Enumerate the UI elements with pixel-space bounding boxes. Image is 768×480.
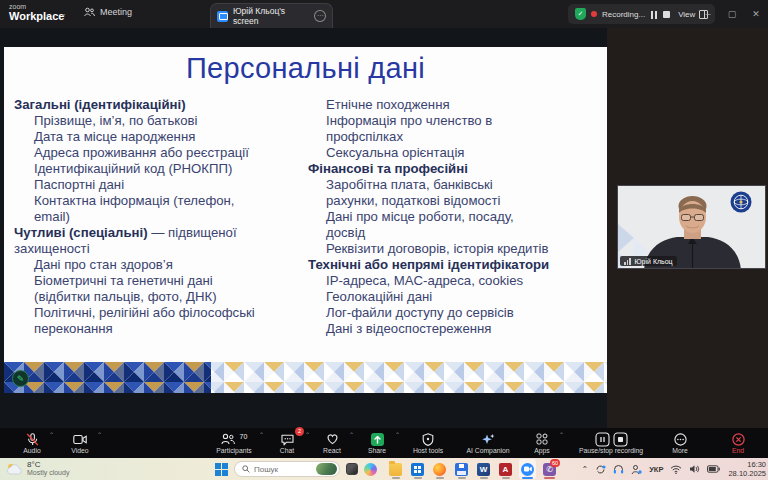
participant-name-text: Юрій Кльоц (635, 258, 673, 265)
weather-widget[interactable]: 8°C Mostly cloudy (6, 460, 69, 477)
search-placeholder: Пошук (254, 465, 312, 474)
end-label: End (732, 447, 744, 454)
video-button[interactable]: ⌃ Video (58, 428, 102, 458)
slide-line: IP-адреса, MAC-адреса, cookies (308, 273, 605, 289)
security-shield-icon[interactable]: ✓ (575, 8, 586, 20)
task-view-button[interactable] (346, 463, 358, 475)
recording-status-text: Recording... (602, 10, 645, 19)
stop-recording-icon[interactable] (613, 432, 628, 447)
chat-button[interactable]: ⌃ 2 Chat (264, 428, 310, 458)
ai-companion-button[interactable]: AI Companion (456, 428, 520, 458)
acrobat-button[interactable]: A (497, 459, 514, 479)
floppy-app-button[interactable] (453, 459, 470, 479)
audio-button[interactable]: ⌃ Audio (10, 428, 54, 458)
time-text: 16:30 (728, 460, 766, 469)
copilot-button[interactable] (364, 463, 377, 476)
meeting-toolbar: ⌃ Audio ⌃ Video ⌃ (0, 428, 768, 458)
stop-recording-icon[interactable] (663, 11, 670, 18)
minimize-button[interactable]: – (696, 0, 720, 28)
audio-chevron-icon[interactable]: ⌃ (49, 431, 54, 438)
slide-columns: Загальні (ідентифікаційні) Прізвище, ім’… (14, 97, 605, 337)
participants-label: Participants (216, 447, 252, 454)
slide-line: Паспортні дані (14, 177, 308, 193)
slide-left-column: Загальні (ідентифікаційні) Прізвище, ім’… (14, 97, 308, 337)
camera-icon (73, 432, 87, 446)
chat-label: Chat (280, 447, 294, 454)
viber-badge: 60 (550, 459, 560, 467)
tray-headset-icon[interactable] (613, 464, 624, 475)
slide-line: Дані про стан здоров’я (14, 257, 308, 273)
participant-name-label: Юрій Кльоц (620, 256, 677, 266)
tab-shared-screen[interactable]: Юрій Кльоц's screen ⋯ (210, 3, 333, 28)
host-tools-button[interactable]: Host tools (400, 428, 456, 458)
video-chevron-icon[interactable]: ⌃ (97, 431, 102, 438)
chat-bubble-icon (281, 432, 294, 446)
share-button[interactable]: ⌃ Share (354, 428, 400, 458)
slide-line: Лог-файли доступу до сервісів (308, 305, 605, 321)
window-controls: – ▢ ✕ (696, 0, 768, 28)
connection-signal-icon (624, 258, 632, 265)
slide-line: Фінансові та професійні (308, 161, 605, 177)
file-explorer-button[interactable] (387, 459, 404, 479)
firefox-button[interactable] (431, 459, 448, 479)
zoom-app-button[interactable] (519, 459, 536, 479)
tray-person-icon[interactable] (631, 464, 642, 475)
tray-chevron-up-icon[interactable]: ⌃ (582, 465, 589, 474)
more-label: More (672, 447, 688, 454)
annotation-pencil-button[interactable]: ✎ (12, 370, 29, 387)
slide-line: Чутливі (спеціальні) — підвищеної захище… (14, 225, 308, 257)
end-meeting-button[interactable]: End (720, 428, 756, 458)
pause-recording-icon[interactable] (650, 5, 658, 23)
ai-sparkle-icon (481, 432, 495, 446)
slide-line: Ідентифікаційний код (РНОКПП) (14, 161, 308, 177)
participant-video-thumbnail[interactable]: Юрій Кльоц (617, 185, 766, 269)
tab-meeting[interactable]: Meeting (84, 7, 132, 17)
slide-line: Інформація про членство в профспілках (308, 113, 605, 145)
taskbar-center: Пошук W A ✆ 60 (215, 458, 558, 480)
shared-screen-area: Персональні дані Загальні (ідентифікацій… (0, 28, 768, 428)
participants-count: 70 (240, 433, 248, 440)
participants-button[interactable]: ⌃ 70 Participants (204, 428, 264, 458)
slide-line: Дата та місце народження (14, 129, 308, 145)
word-button[interactable]: W (475, 459, 492, 479)
tab-options-icon[interactable]: ⋯ (314, 10, 326, 22)
taskbar-clock[interactable]: 16:30 28.10.2025 (728, 460, 766, 478)
slide-line: Геолокаційні дані (308, 289, 605, 305)
slide-line: Етнічне походження (308, 97, 605, 113)
slide-line: Дані про місце роботи, посаду, досвід (308, 209, 605, 241)
screen-tab-label: Юрій Кльоц's screen (233, 6, 309, 26)
record-label: Pause/stop recording (579, 447, 643, 454)
pause-stop-recording-button[interactable]: Pause/stop recording (564, 428, 658, 458)
tray-sync-icon[interactable] (595, 464, 606, 475)
slide-line: Технічні або непрямі ідентифікатори (308, 257, 605, 273)
react-button[interactable]: ⌃ React (310, 428, 354, 458)
search-highlight-image[interactable] (316, 463, 337, 475)
slide-title: Персональні дані (4, 52, 607, 85)
workspace-chevron-down-icon[interactable]: ⌄ (60, 9, 67, 18)
meeting-tab-label: Meeting (100, 7, 132, 17)
battery-icon[interactable] (707, 465, 720, 473)
heart-icon (326, 432, 339, 446)
screen-share-icon (217, 11, 228, 22)
volume-icon[interactable] (689, 464, 700, 474)
microsoft-store-button[interactable] (409, 459, 426, 479)
cloud-icon (6, 462, 23, 475)
close-button[interactable]: ✕ (744, 0, 768, 28)
language-indicator[interactable]: УКР (649, 465, 663, 474)
video-label: Video (71, 447, 88, 454)
pause-recording-icon[interactable] (595, 432, 610, 447)
windows-start-button[interactable] (215, 463, 228, 476)
viber-button[interactable]: ✆ 60 (541, 459, 558, 479)
taskbar-apps: W A ✆ 60 (387, 459, 558, 479)
more-button[interactable]: More (658, 428, 702, 458)
zoom-meeting-window: zoom Workplace ⌄ Meeting Юрій Кльоц's sc… (0, 0, 768, 480)
wifi-icon[interactable] (670, 465, 682, 474)
ai-companion-label: AI Companion (466, 447, 509, 454)
microphone-muted-icon (26, 432, 39, 446)
search-box[interactable]: Пошук (234, 461, 340, 477)
maximize-button[interactable]: ▢ (720, 0, 744, 28)
apps-button[interactable]: ⌃ Apps (520, 428, 564, 458)
slide-line: Прізвище, ім’я, по батькові (14, 113, 308, 129)
slide-line-bold: Чутливі (спеціальні) (14, 225, 148, 240)
slide-line: Біометричні та генетичні дані (відбитки … (14, 273, 308, 305)
